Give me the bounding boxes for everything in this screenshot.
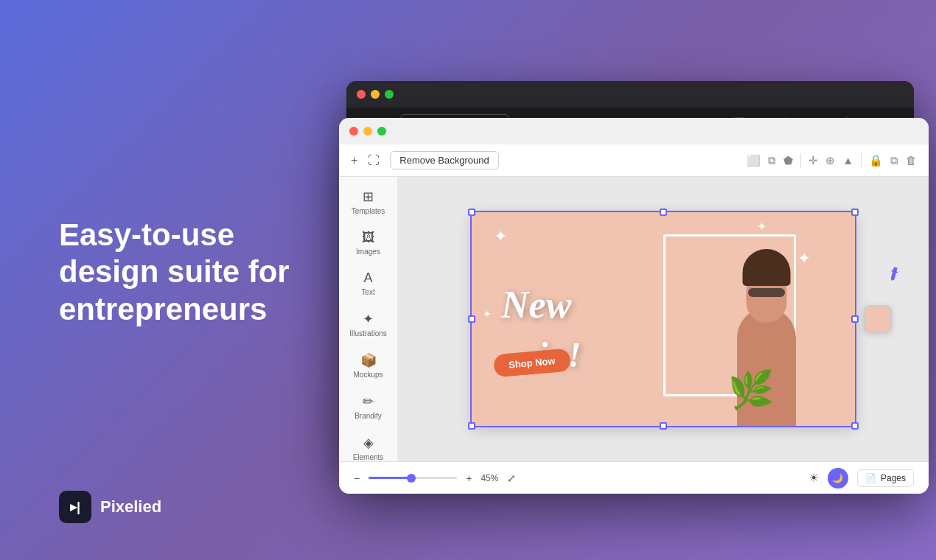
text-icon-white: A	[363, 270, 372, 286]
zoom-slider-front[interactable]	[369, 477, 457, 479]
front-card-text-new: New	[501, 286, 571, 324]
browser-back-titlebar	[346, 81, 914, 108]
sidebar-item-mockups[interactable]: 📦 Mockups	[343, 346, 394, 385]
duplicate-icon-front[interactable]: ⧉	[890, 154, 898, 167]
move-icon-front[interactable]: ✛	[808, 154, 818, 167]
layers-icon-front[interactable]: ⊕	[825, 154, 835, 167]
zoom-value-front: 45%	[481, 473, 498, 483]
images-icon-white: 🖼	[362, 230, 375, 245]
frame-icon-front[interactable]: ⬜	[747, 154, 761, 167]
theme-moon-front[interactable]: 🌙	[828, 468, 848, 489]
pages-button-front[interactable]: 📄 Pages	[857, 469, 914, 487]
front-leaf: 🌿	[728, 368, 774, 411]
front-content: ⊞ Templates 🖼 Images A Text ✦ Illustrati…	[339, 177, 929, 461]
front-toolbar-right: ⬜ ⧉ ⬟ ✛ ⊕ ▲ 🔒 ⧉ 🗑	[747, 153, 917, 168]
theme-sun-front[interactable]: ☀	[808, 471, 819, 485]
maximize-button-front[interactable]	[377, 127, 386, 136]
crop-icon-front[interactable]: ⛶	[368, 154, 380, 167]
zoom-minus-front[interactable]: −	[354, 472, 360, 484]
front-bottom-bar: − + 45% ⤢ ☀ 🌙 📄 Pages	[339, 461, 929, 494]
main-canvas: ✦ ✦ ✦ ✦ ✦ ✦ New in! Shop Now	[398, 177, 929, 461]
illustrations-icon-white: ✦	[363, 311, 374, 327]
sidebar-item-text[interactable]: A Text	[343, 265, 394, 302]
zoom-plus-front[interactable]: +	[466, 472, 472, 484]
browser-front-titlebar	[339, 118, 929, 144]
front-toolbar: + ⛶ Remove Background ⬜ ⧉ ⬟ ✛ ⊕ ▲ 🔒 ⧉ 🗑	[339, 144, 929, 177]
copy-icon-front[interactable]: ⧉	[768, 154, 776, 167]
color-picker-panel	[864, 305, 892, 333]
text-icon-front[interactable]: ▲	[842, 154, 853, 167]
add-icon-front[interactable]: +	[351, 154, 357, 167]
front-star-6: ✦	[483, 308, 492, 320]
brandify-icon-white: ✏	[363, 393, 374, 410]
sidebar-item-brandify[interactable]: ✏ Brandify	[343, 388, 394, 426]
lock-icon-front[interactable]: 🔒	[869, 154, 883, 167]
eyedropper-icon-front[interactable]	[883, 263, 907, 288]
maximize-button-back[interactable]	[385, 90, 394, 99]
browser-front: + ⛶ Remove Background ⬜ ⧉ ⬟ ✛ ⊕ ▲ 🔒 ⧉ 🗑 …	[339, 118, 929, 494]
sidebar-item-elements[interactable]: ◈ Elements	[343, 429, 394, 461]
sidebar-item-illustrations[interactable]: ✦ Illustrations	[343, 305, 394, 343]
pages-icon-front: 📄	[865, 473, 876, 483]
sidebar-item-images[interactable]: 🖼 Images	[343, 224, 394, 262]
minimize-button-back[interactable]	[371, 90, 380, 99]
templates-icon-white: ⊞	[363, 189, 374, 205]
shape-icon-front[interactable]: ⬟	[783, 154, 793, 167]
hero-section: Easy-to-usedesign suite forentrepreneurs	[59, 217, 290, 343]
minimize-button-front[interactable]	[363, 127, 372, 136]
zoom-expand-front[interactable]: ⤢	[507, 472, 516, 484]
front-design-card: ✦ ✦ ✦ ✦ ✦ ✦ New in! Shop Now	[472, 212, 855, 426]
front-star-1: ✦	[494, 227, 507, 246]
delete-icon-front[interactable]: 🗑	[906, 154, 917, 167]
sidebar-white: ⊞ Templates 🖼 Images A Text ✦ Illustrati…	[339, 177, 398, 461]
sidebar-item-templates[interactable]: ⊞ Templates	[343, 183, 394, 221]
remove-background-button-front[interactable]: Remove Background	[390, 151, 498, 169]
logo-text: Pixelied	[100, 497, 161, 517]
mockups-icon-white: 📦	[360, 352, 377, 368]
elements-icon-white: ◈	[363, 435, 374, 451]
close-button-front[interactable]	[349, 127, 358, 136]
color-swatch-front[interactable]	[864, 305, 892, 333]
front-design-wrapper: ✦ ✦ ✦ ✦ ✦ ✦ New in! Shop Now	[472, 212, 855, 426]
hero-headline: Easy-to-usedesign suite forentrepreneurs	[59, 217, 290, 328]
logo-icon: ▸|	[59, 491, 91, 523]
close-button-back[interactable]	[357, 90, 366, 99]
logo: ▸| Pixelied	[59, 491, 161, 523]
